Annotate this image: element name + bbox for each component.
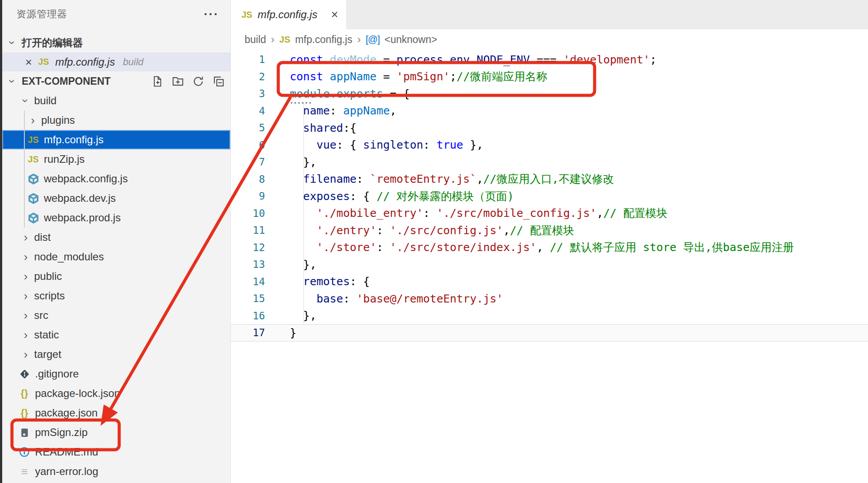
line-number: 1 [231,54,290,65]
more-actions-icon[interactable]: ··· [204,12,219,16]
code-line-9[interactable]: 9 exposes: { // 对外暴露的模块（页面) [231,188,868,205]
js-icon: JS [27,153,39,165]
tree-item-mfp-config-js[interactable]: JSmfp.config.js [2,130,230,149]
tab-mfp-config[interactable]: JS mfp.config.js × [231,0,346,29]
code-line-13[interactable]: 13 }, [231,256,868,273]
code-line-1[interactable]: 1const devMode = process.env.NODE_ENV ==… [231,51,868,68]
code-line-11[interactable]: 11 './entry': './src/config.js',// 配置模块 [231,222,868,239]
tree-item-label: mfp.config.js [44,134,104,146]
code-text: filename: `remoteEntry.js`,//微应用入口,不建议修改 [290,172,614,186]
code-text: }, [290,258,316,271]
open-editor-entry[interactable]: × JS mfp.config.js build [2,52,230,71]
tree-item-label: public [34,270,62,283]
code-line-6[interactable]: 6 vue: { singleton: true }, [231,137,868,154]
tree-item-yarn-error-log[interactable]: ≡yarn-error.log [2,462,230,481]
code-text: name: appName, [290,104,397,117]
tree-item-webpack-dev-js[interactable]: webpack.dev.js [2,188,230,208]
file-tree: ›build›pluginsJSmfp.config.jsJSrunZip.js… [2,91,230,481]
code-line-7[interactable]: 7 }, [231,153,868,171]
new-file-icon[interactable] [151,75,164,88]
json-icon: {} [18,407,31,419]
code-text: const appName = 'pmSign';//微前端应用名称 [290,69,547,84]
chevron-right-icon: › [22,251,30,263]
collapse-all-icon[interactable] [212,75,225,88]
tab-bar: JS mfp.config.js × [231,0,868,29]
tree-item-label: README.md [35,446,98,458]
tree-item-label: src [34,309,48,322]
tree-item-node-modules[interactable]: ›node_modules [2,247,230,267]
open-editor-filename: mfp.config.js [55,56,115,68]
chevron-right-icon: › [357,33,361,46]
json-icon: {} [18,387,31,400]
refresh-icon[interactable] [192,75,205,88]
info-icon [18,446,31,458]
breadcrumb-item-symbol[interactable]: <unknown> [385,34,437,46]
breadcrumb: build › JS mfp.config.js › [@] <unknown> [231,29,868,50]
line-number: 13 [231,259,290,270]
code-line-15[interactable]: 15 base: 'base@/remoteEntry.js' [231,290,868,307]
code-text: './mobile_entry': './src/mobile_config.j… [290,206,668,220]
code-line-5[interactable]: 5 shared:{ [231,119,868,137]
indent-guide [24,110,25,228]
tree-item--gitignore[interactable]: .gitignore [2,364,230,384]
code-line-4[interactable]: 4 name: appName, [231,102,868,120]
editor-area: JS mfp.config.js × build › JS mfp.config… [231,0,868,483]
tree-item-readme-md[interactable]: README.md [2,442,230,462]
tree-item-runzip-js[interactable]: JSrunZip.js [2,149,230,169]
new-folder-icon[interactable] [171,75,184,88]
close-icon[interactable]: × [331,9,338,21]
tree-item-package-lock-json[interactable]: {}package-lock.json [2,384,230,403]
tree-item-label: webpack.dev.js [44,192,116,204]
webpack-icon [27,173,39,185]
js-icon: JS [27,134,39,146]
project-section-header[interactable]: › EXT-COMPONENT [2,71,230,91]
tree-item-pmsign-zip[interactable]: pmSign.zip [2,423,230,442]
log-icon: ≡ [18,465,31,478]
tree-item-webpack-config-js[interactable]: webpack.config.js [2,169,230,188]
tree-item-plugins[interactable]: ›plugins [2,110,230,130]
line-number: 6 [231,139,290,151]
tree-item-scripts[interactable]: ›scripts [2,286,230,306]
tree-item-build[interactable]: ›build [2,91,230,110]
line-number: 12 [231,242,290,253]
tree-item-static[interactable]: ›static [2,325,230,345]
tree-item-webpack-prod-js[interactable]: webpack.prod.js [2,208,230,228]
open-editors-header[interactable]: › 打开的编辑器 [2,33,230,52]
tree-item-public[interactable]: ›public [2,267,230,286]
code-line-12[interactable]: 12 './store': './src/store/index.js', //… [231,239,868,256]
tree-item-target[interactable]: ›target [2,345,230,364]
tree-item-label: webpack.config.js [44,173,128,185]
chevron-down-icon: › [7,39,18,47]
code-line-14[interactable]: 14 remotes: { [231,273,868,291]
line-number: 15 [231,293,290,304]
tree-item-dist[interactable]: ›dist [2,228,230,247]
code-text: './entry': './src/config.js',// 配置模块 [290,223,574,238]
line-number: 5 [231,122,290,134]
code-line-16[interactable]: 16 }, [231,307,868,325]
code-line-2[interactable]: 2const appName = 'pmSign';//微前端应用名称 [231,68,868,86]
breadcrumb-item-file[interactable]: mfp.config.js [295,34,352,46]
close-icon[interactable]: × [25,56,32,68]
explorer-title-row: 资源管理器 ··· [2,4,230,24]
project-actions [151,75,230,88]
tree-item-label: package-lock.json [35,387,120,400]
explorer-title: 资源管理器 [16,8,67,21]
code-line-17[interactable]: 17} [231,324,868,342]
code-lines: 1const devMode = process.env.NODE_ENV ==… [231,50,868,342]
tree-item-label: yarn-error.log [35,465,98,478]
line-number: 17 [231,327,290,338]
tree-item-label: .gitignore [35,368,79,380]
tree-item-label: webpack.prod.js [44,212,121,224]
open-editors-label: 打开的编辑器 [22,36,83,50]
code-line-10[interactable]: 10 './mobile_entry': './src/mobile_confi… [231,205,868,222]
line-number: 8 [231,173,290,185]
chevron-right-icon: › [22,290,30,302]
code-line-8[interactable]: 8 filename: `remoteEntry.js`,//微应用入口,不建议… [231,171,868,188]
tree-item-label: plugins [41,114,75,126]
tree-item-label: static [34,329,59,341]
breadcrumb-item-folder[interactable]: build [245,34,266,46]
tree-item-src[interactable]: ›src [2,306,230,325]
code-text: const devMode = process.env.NODE_ENV ===… [290,53,657,66]
code-line-3[interactable]: 3module.exports = { [231,85,868,102]
tree-item-package-json[interactable]: {}package.json [2,403,230,423]
